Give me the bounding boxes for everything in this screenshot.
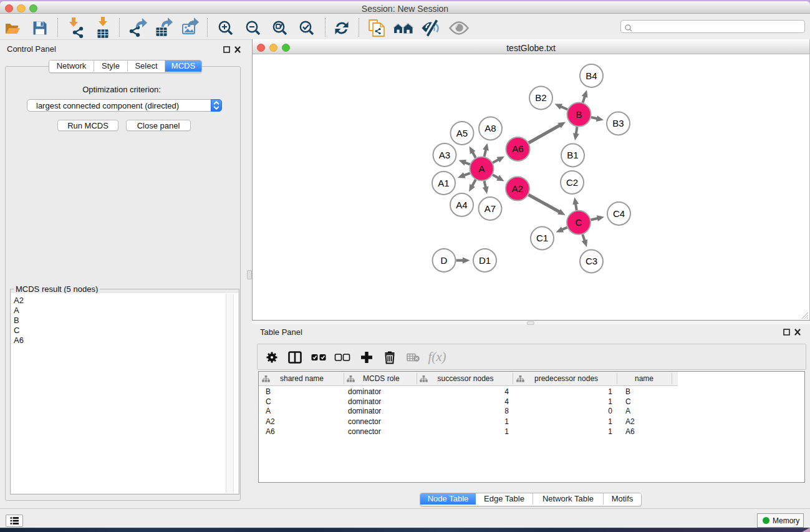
- svg-text:A1: A1: [438, 178, 449, 188]
- svg-text:B3: B3: [612, 118, 624, 128]
- svg-text:C4: C4: [613, 208, 625, 219]
- svg-text:B: B: [576, 109, 582, 120]
- svg-text:A: A: [478, 163, 485, 174]
- svg-text:A5: A5: [456, 128, 468, 138]
- svg-text:f(x): f(x): [428, 349, 446, 364]
- svg-text:A3: A3: [439, 150, 450, 160]
- svg-text:A6: A6: [512, 143, 523, 154]
- svg-text:C: C: [576, 217, 582, 228]
- svg-text:A7: A7: [485, 203, 496, 214]
- svg-text:B2: B2: [535, 92, 546, 103]
- svg-text:D: D: [441, 255, 448, 266]
- svg-text:C2: C2: [566, 177, 578, 188]
- svg-text:C1: C1: [536, 233, 548, 243]
- svg-text:D1: D1: [479, 255, 491, 266]
- svg-text:C3: C3: [586, 256, 597, 266]
- svg-text:B4: B4: [586, 70, 597, 81]
- svg-text:A2: A2: [512, 183, 523, 194]
- svg-text:B1: B1: [567, 150, 578, 160]
- svg-text:A4: A4: [456, 200, 467, 210]
- svg-text:A8: A8: [485, 123, 496, 133]
